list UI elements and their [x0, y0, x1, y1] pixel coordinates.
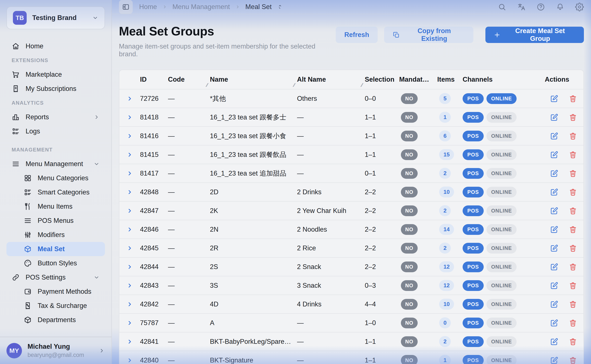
table-row-42842[interactable]: 42842—4D4 Drinks4–4NO10POSONLINE	[119, 295, 584, 313]
channels-cell: POSONLINE	[463, 261, 545, 272]
edit-row-button[interactable]	[550, 169, 558, 178]
sidebar-item-logs[interactable]: Logs	[7, 124, 105, 138]
expand-row-icon[interactable]	[126, 357, 133, 364]
table-row-81418[interactable]: 81418—16_1_23 tea set 跟餐多士—1–1NO1POSONLI…	[119, 108, 584, 126]
edit-row-button[interactable]	[550, 319, 558, 327]
online-channel-badge: ONLINE	[486, 355, 517, 364]
delete-row-button[interactable]	[569, 132, 577, 140]
sidebar-item-marketplace[interactable]: Marketplace	[7, 67, 105, 82]
delete-row-button[interactable]	[569, 225, 577, 234]
edit-row-button[interactable]	[550, 150, 558, 159]
sidebar-item-pos-menus[interactable]: POS Menus	[7, 214, 105, 228]
sidebar-item-home[interactable]: Home	[7, 39, 105, 53]
refresh-button[interactable]: Refresh	[336, 27, 378, 43]
sidebar-item-my-subscriptions[interactable]: My Subscriptions	[7, 82, 105, 96]
chevron-right-icon	[99, 347, 105, 354]
column-resize-handle[interactable]: ⁄⁄	[293, 82, 294, 88]
table-row-42847[interactable]: 42847—2K2 Yew Char Kuih2–2NO2POSONLINE	[119, 201, 584, 220]
sidebar-item-menu-management[interactable]: Menu Management	[7, 157, 105, 171]
table-row-42848[interactable]: 42848—2D2 Drinks2–2NO10POSONLINE	[119, 182, 584, 201]
delete-row-button[interactable]	[569, 113, 577, 122]
sidebar-item-menu-items[interactable]: Menu Items	[7, 199, 105, 214]
edit-row-button[interactable]	[550, 113, 558, 122]
table-row-42841[interactable]: 42841—BKT-BabyPorkLeg/SpareR...—1–1NO2PO…	[119, 332, 584, 351]
delete-row-button[interactable]	[569, 169, 577, 178]
edit-row-button[interactable]	[550, 263, 558, 271]
translate-icon[interactable]	[517, 3, 526, 11]
expand-row-icon[interactable]	[126, 170, 133, 177]
help-icon[interactable]	[536, 3, 545, 11]
table-row-42845[interactable]: 42845—2R2 Rice2–2NO2POSONLINE	[119, 239, 584, 257]
sidebar-item-departments[interactable]: Departments	[7, 313, 105, 327]
expand-row-icon[interactable]	[126, 151, 133, 158]
delete-row-button[interactable]	[569, 263, 577, 271]
edit-row-button[interactable]	[550, 244, 558, 253]
delete-row-button[interactable]	[569, 188, 577, 196]
expand-row-icon[interactable]	[126, 282, 133, 289]
sidebar-item-meal-set[interactable]: Meal Set	[7, 242, 105, 256]
sidebar-item-payment-methods[interactable]: Payment Methods	[7, 285, 105, 299]
table-row-42844[interactable]: 42844—2S2 Snack2–2NO12POSONLINE	[119, 257, 584, 276]
edit-row-button[interactable]	[550, 300, 558, 309]
expand-row-icon[interactable]	[126, 207, 133, 214]
table-row-81417[interactable]: 81417—16_1_23 tea set 追加甜品—0–1NO2POSONLI…	[119, 164, 584, 182]
expand-row-icon[interactable]	[126, 245, 133, 252]
row-id: 42842	[140, 300, 168, 308]
edit-row-button[interactable]	[550, 356, 558, 364]
edit-row-button[interactable]	[550, 337, 558, 346]
edit-row-button[interactable]	[550, 188, 558, 196]
sidebar-item-button-styles[interactable]: Button Styles	[7, 256, 105, 270]
search-icon[interactable]	[498, 3, 506, 11]
expand-row-icon[interactable]	[126, 133, 133, 139]
sidebar-item-tax-surcharge[interactable]: Tax & Surcharge	[7, 299, 105, 313]
delete-row-button[interactable]	[569, 356, 577, 364]
edit-row-button[interactable]	[550, 281, 558, 290]
table-row-42846[interactable]: 42846—2N2 Noodles2–2NO14POSONLINE	[119, 220, 584, 239]
table-row-42843[interactable]: 42843—3S3 Snack0–3NO12POSONLINE	[119, 276, 584, 295]
sidebar-item-pos-settings[interactable]: POS Settings	[7, 270, 105, 285]
delete-row-button[interactable]	[569, 300, 577, 309]
expand-row-icon[interactable]	[126, 319, 133, 326]
edit-row-button[interactable]	[550, 132, 558, 140]
delete-row-button[interactable]	[569, 150, 577, 159]
expand-row-icon[interactable]	[126, 189, 133, 195]
delete-row-button[interactable]	[569, 207, 577, 215]
create-meal-set-group-button[interactable]: Create Meal Set Group	[485, 27, 584, 43]
table-row-81416[interactable]: 81416—16_1_23 tea set 跟餐小食—1–1NO6POSONLI…	[119, 126, 584, 145]
delete-row-button[interactable]	[569, 94, 577, 103]
expand-row-icon[interactable]	[126, 263, 133, 270]
column-resize-handle[interactable]: ⁄⁄	[361, 82, 362, 88]
row-selection: 2–2	[365, 207, 399, 215]
table-row-72726[interactable]: 72726—*其他Others0–0NO5POSONLINE	[119, 89, 584, 108]
table-row-81415[interactable]: 81415—16_1_23 tea set 跟餐飲品—1–1NO15POSONL…	[119, 145, 584, 164]
column-resize-handle[interactable]: ⁄⁄	[206, 82, 207, 88]
expand-row-icon[interactable]	[126, 114, 133, 121]
table-row-75787[interactable]: 75787—A—1–0NO0POSONLINE	[119, 313, 584, 332]
delete-row-button[interactable]	[569, 319, 577, 327]
expand-row-icon[interactable]	[126, 95, 133, 102]
breadcrumb-home[interactable]: Home	[139, 3, 157, 11]
delete-row-button[interactable]	[569, 337, 577, 346]
expand-row-icon[interactable]	[126, 338, 133, 345]
expand-row-icon[interactable]	[126, 226, 133, 233]
sidebar-item-menu-categories[interactable]: Menu Categories	[7, 171, 105, 185]
delete-row-button[interactable]	[569, 281, 577, 290]
brand-selector[interactable]: TB Testing Brand	[7, 6, 105, 29]
user-menu[interactable]: MY Michael Yung bearyung@gmail.com	[0, 337, 111, 364]
edit-row-button[interactable]	[550, 225, 558, 234]
edit-row-button[interactable]	[550, 94, 558, 103]
notifications-bell-icon[interactable]	[556, 3, 564, 11]
table-row-42840[interactable]: 42840—BKT-Signature—1–1NO1POSONLINE	[119, 351, 584, 364]
breadcrumb-selector-icon[interactable]	[277, 4, 283, 10]
copy-from-existing-button[interactable]: Copy from Existing	[384, 27, 473, 43]
sidebar-toggle-button[interactable]	[119, 0, 133, 14]
sidebar-item-smart-categories[interactable]: Smart Categories	[7, 185, 105, 199]
sidebar-item-reports[interactable]: Reports	[7, 110, 105, 124]
delete-row-button[interactable]	[569, 244, 577, 253]
sidebar-item-modifiers[interactable]: Modifiers	[7, 228, 105, 242]
row-code: —	[168, 188, 210, 196]
settings-gear-icon[interactable]	[575, 3, 584, 11]
edit-row-button[interactable]	[550, 207, 558, 215]
expand-row-icon[interactable]	[126, 301, 133, 308]
breadcrumb-menu-management[interactable]: Menu Management	[173, 3, 230, 11]
